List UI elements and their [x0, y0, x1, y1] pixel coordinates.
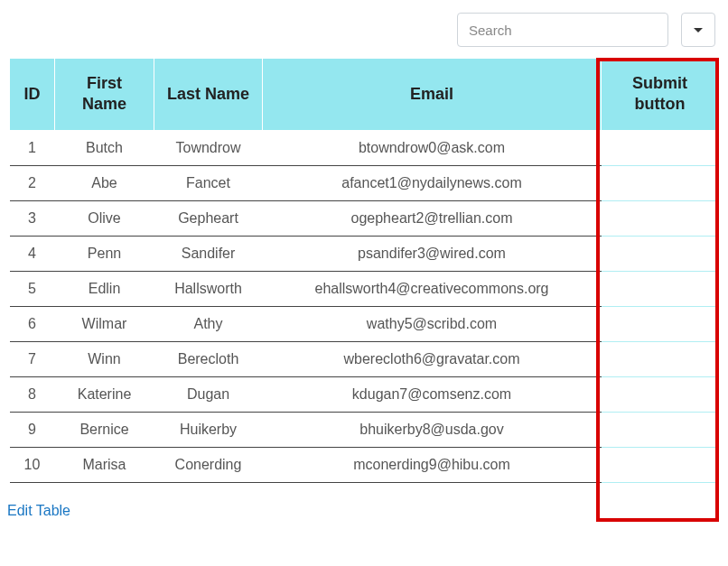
cell-id: 6 — [10, 306, 55, 341]
cell-first-name: Butch — [55, 130, 154, 165]
cell-id: 9 — [10, 412, 55, 447]
cell-last-name: Gepheart — [154, 200, 263, 236]
cell-submit[interactable] — [602, 271, 719, 306]
cell-first-name: Penn — [55, 236, 154, 271]
table-container: ID First Name Last Name Email Submit but… — [5, 58, 723, 483]
table-row: 10MarisaConerdingmconerding9@hibu.com — [10, 447, 719, 482]
cell-id: 3 — [10, 200, 55, 236]
cell-last-name: Sandifer — [154, 236, 263, 271]
table-row: 2AbeFancetafancet1@nydailynews.com — [10, 165, 719, 200]
cell-id: 8 — [10, 376, 55, 412]
table-row: 7WinnBereclothwberecloth6@gravatar.com — [10, 341, 719, 376]
header-id[interactable]: ID — [10, 59, 55, 131]
table-row: 9BerniceHuikerbybhuikerby8@usda.gov — [10, 412, 719, 447]
cell-first-name: Olive — [55, 200, 154, 236]
table-row: 3OliveGepheartogepheart2@trellian.com — [10, 200, 719, 236]
cell-id: 4 — [10, 236, 55, 271]
cell-email: wberecloth6@gravatar.com — [263, 341, 602, 376]
table-row: 5EdlinHallsworthehallsworth4@creativecom… — [10, 271, 719, 306]
cell-first-name: Wilmar — [55, 306, 154, 341]
data-table: ID First Name Last Name Email Submit but… — [9, 58, 719, 483]
table-row: 8KaterineDugankdugan7@comsenz.com — [10, 376, 719, 412]
table-row: 1ButchTowndrowbtowndrow0@ask.com — [10, 130, 719, 165]
options-dropdown-button[interactable] — [681, 13, 715, 47]
cell-first-name: Katerine — [55, 376, 154, 412]
table-row: 6WilmarAthywathy5@scribd.com — [10, 306, 719, 341]
header-email[interactable]: Email — [263, 59, 602, 131]
cell-id: 5 — [10, 271, 55, 306]
cell-email: afancet1@nydailynews.com — [263, 165, 602, 200]
cell-first-name: Abe — [55, 165, 154, 200]
cell-email: psandifer3@wired.com — [263, 236, 602, 271]
cell-last-name: Berecloth — [154, 341, 263, 376]
cell-email: btowndrow0@ask.com — [263, 130, 602, 165]
cell-email: kdugan7@comsenz.com — [263, 376, 602, 412]
cell-last-name: Fancet — [154, 165, 263, 200]
cell-submit[interactable] — [602, 165, 719, 200]
cell-submit[interactable] — [602, 200, 719, 236]
edit-table-link[interactable]: Edit Table — [7, 503, 70, 519]
cell-submit[interactable] — [602, 376, 719, 412]
header-last-name[interactable]: Last Name — [154, 59, 263, 131]
cell-email: ogepheart2@trellian.com — [263, 200, 602, 236]
cell-submit[interactable] — [602, 306, 719, 341]
header-submit-button[interactable]: Submit button — [602, 59, 719, 131]
cell-id: 1 — [10, 130, 55, 165]
cell-first-name: Bernice — [55, 412, 154, 447]
cell-submit[interactable] — [602, 236, 719, 271]
cell-id: 2 — [10, 165, 55, 200]
cell-email: wathy5@scribd.com — [263, 306, 602, 341]
cell-id: 7 — [10, 341, 55, 376]
cell-last-name: Huikerby — [154, 412, 263, 447]
cell-submit[interactable] — [602, 341, 719, 376]
toolbar — [5, 5, 723, 58]
cell-submit[interactable] — [602, 130, 719, 165]
cell-email: bhuikerby8@usda.gov — [263, 412, 602, 447]
cell-submit[interactable] — [602, 447, 719, 482]
caret-down-icon — [694, 28, 703, 32]
cell-submit[interactable] — [602, 412, 719, 447]
header-first-name[interactable]: First Name — [55, 59, 154, 131]
cell-email: ehallsworth4@creativecommons.org — [263, 271, 602, 306]
table-row: 4PennSandiferpsandifer3@wired.com — [10, 236, 719, 271]
cell-last-name: Hallsworth — [154, 271, 263, 306]
cell-first-name: Winn — [55, 341, 154, 376]
cell-first-name: Edlin — [55, 271, 154, 306]
cell-last-name: Dugan — [154, 376, 263, 412]
cell-last-name: Towndrow — [154, 130, 263, 165]
cell-last-name: Athy — [154, 306, 263, 341]
search-input[interactable] — [457, 13, 668, 47]
cell-id: 10 — [10, 447, 55, 482]
cell-last-name: Conerding — [154, 447, 263, 482]
cell-email: mconerding9@hibu.com — [263, 447, 602, 482]
cell-first-name: Marisa — [55, 447, 154, 482]
